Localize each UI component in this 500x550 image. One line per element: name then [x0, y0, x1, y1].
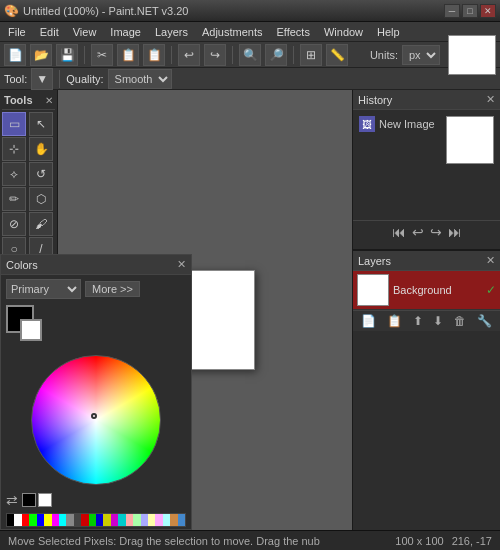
palette-color-17[interactable]: [133, 514, 140, 526]
tool-magic-wand[interactable]: ⟡: [2, 162, 26, 186]
palette-color-6[interactable]: [52, 514, 59, 526]
history-content-area: 🖼 New Image: [353, 110, 500, 220]
redo-button[interactable]: ↪: [204, 44, 226, 66]
grid-button[interactable]: ⊞: [300, 44, 322, 66]
palette-color-20[interactable]: [155, 514, 162, 526]
menu-item-adjustments[interactable]: Adjustments: [196, 24, 269, 40]
tool-dropdown[interactable]: ▼: [31, 68, 53, 90]
palette-color-15[interactable]: [118, 514, 125, 526]
units-select[interactable]: px: [402, 45, 440, 65]
palette-color-8[interactable]: [66, 514, 73, 526]
swap-colors-button[interactable]: ⇄: [6, 492, 18, 508]
status-message: Move Selected Pixels: Drag the selection…: [8, 535, 320, 547]
palette-color-14[interactable]: [111, 514, 118, 526]
layer-add-button[interactable]: 📄: [361, 314, 376, 328]
save-button[interactable]: 💾: [56, 44, 78, 66]
palette-color-21[interactable]: [163, 514, 170, 526]
palette-color-23[interactable]: [178, 514, 185, 526]
undo-button[interactable]: ↩: [178, 44, 200, 66]
tool-lasso[interactable]: ⊹: [2, 137, 26, 161]
layers-panel-close[interactable]: ✕: [486, 254, 495, 267]
palette-color-22[interactable]: [170, 514, 177, 526]
palette-color-9[interactable]: [74, 514, 81, 526]
menu-item-edit[interactable]: Edit: [34, 24, 65, 40]
menu-item-help[interactable]: Help: [371, 24, 406, 40]
thumbnail-preview: [448, 35, 496, 75]
window-title: Untitled (100%) - Paint.NET v3.20: [19, 5, 444, 17]
copy-button[interactable]: 📋: [117, 44, 139, 66]
history-redo-button[interactable]: ↪: [430, 224, 442, 240]
history-panel-title: History: [358, 94, 392, 106]
palette-strip[interactable]: [6, 513, 186, 527]
palette-color-1[interactable]: [14, 514, 21, 526]
layer-delete-button[interactable]: 🗑: [454, 314, 466, 328]
menu-item-window[interactable]: Window: [318, 24, 369, 40]
quality-select[interactable]: Smooth: [108, 69, 172, 89]
tool-brush[interactable]: 🖌: [29, 212, 53, 236]
layer-visibility-check[interactable]: ✓: [486, 283, 496, 297]
history-last-button[interactable]: ⏭: [448, 224, 462, 240]
title-bar: 🎨 Untitled (100%) - Paint.NET v3.20 ─ □ …: [0, 0, 500, 22]
palette-color-2[interactable]: [22, 514, 29, 526]
colors-panel-close[interactable]: ✕: [177, 258, 186, 271]
layer-up-button[interactable]: ⬆: [413, 314, 423, 328]
colors-panel-title: Colors: [6, 259, 38, 271]
minimize-button[interactable]: ─: [444, 4, 460, 18]
tools-panel-close[interactable]: ✕: [45, 95, 53, 106]
history-first-button[interactable]: ⏮: [392, 224, 406, 240]
color-wheel[interactable]: [31, 355, 161, 485]
layer-copy-button[interactable]: 📋: [387, 314, 402, 328]
palette-color-7[interactable]: [59, 514, 66, 526]
menu-item-view[interactable]: View: [67, 24, 103, 40]
palette-color-13[interactable]: [103, 514, 110, 526]
sep3: [232, 46, 233, 64]
more-button[interactable]: More >>: [85, 281, 140, 297]
layer-row-background[interactable]: Background ✓: [353, 271, 500, 310]
tool-eraser[interactable]: ⊘: [2, 212, 26, 236]
history-undo-button[interactable]: ↩: [412, 224, 424, 240]
palette-color-5[interactable]: [44, 514, 51, 526]
menu-item-effects[interactable]: Effects: [271, 24, 316, 40]
black-swatch[interactable]: [22, 493, 36, 507]
secondary-color-swatch[interactable]: [20, 319, 42, 341]
palette-color-12[interactable]: [96, 514, 103, 526]
menu-item-file[interactable]: File: [2, 24, 32, 40]
tool-pan[interactable]: ✋: [29, 137, 53, 161]
tool-rectangle-select[interactable]: ▭: [2, 112, 26, 136]
palette-color-0[interactable]: [7, 514, 14, 526]
color-wheel-overlay: [32, 356, 160, 484]
palette-color-4[interactable]: [37, 514, 44, 526]
sep2: [171, 46, 172, 64]
close-button[interactable]: ✕: [480, 4, 496, 18]
tool-rotate[interactable]: ↺: [29, 162, 53, 186]
zoom-out-button[interactable]: 🔍: [239, 44, 261, 66]
zoom-in-button[interactable]: 🔎: [265, 44, 287, 66]
coordinates: 216, -17: [452, 535, 492, 547]
layer-down-button[interactable]: ⬇: [433, 314, 443, 328]
palette-color-16[interactable]: [126, 514, 133, 526]
layer-properties-button[interactable]: 🔧: [477, 314, 492, 328]
open-button[interactable]: 📂: [30, 44, 52, 66]
white-swatch[interactable]: [38, 493, 52, 507]
color-swatches: [1, 303, 191, 351]
rulers-button[interactable]: 📏: [326, 44, 348, 66]
restore-button[interactable]: □: [462, 4, 478, 18]
palette-color-18[interactable]: [141, 514, 148, 526]
palette-color-10[interactable]: [81, 514, 88, 526]
history-panel-close[interactable]: ✕: [486, 93, 495, 106]
tools-panel-header: Tools ✕: [2, 92, 55, 110]
tool-shapes[interactable]: ⬡: [29, 187, 53, 211]
palette-color-11[interactable]: [89, 514, 96, 526]
menu-item-layers[interactable]: Layers: [149, 24, 194, 40]
palette-color-3[interactable]: [29, 514, 36, 526]
paste-button[interactable]: 📋: [143, 44, 165, 66]
history-controls: ⏮ ↩ ↪ ⏭: [353, 220, 500, 243]
history-panel-header: History ✕: [353, 90, 500, 110]
cut-button[interactable]: ✂: [91, 44, 113, 66]
palette-color-19[interactable]: [148, 514, 155, 526]
menu-item-image[interactable]: Image: [104, 24, 147, 40]
new-button[interactable]: 📄: [4, 44, 26, 66]
tool-move[interactable]: ↖: [29, 112, 53, 136]
tool-pencil[interactable]: ✏: [2, 187, 26, 211]
color-mode-select[interactable]: Primary Secondary: [6, 279, 81, 299]
